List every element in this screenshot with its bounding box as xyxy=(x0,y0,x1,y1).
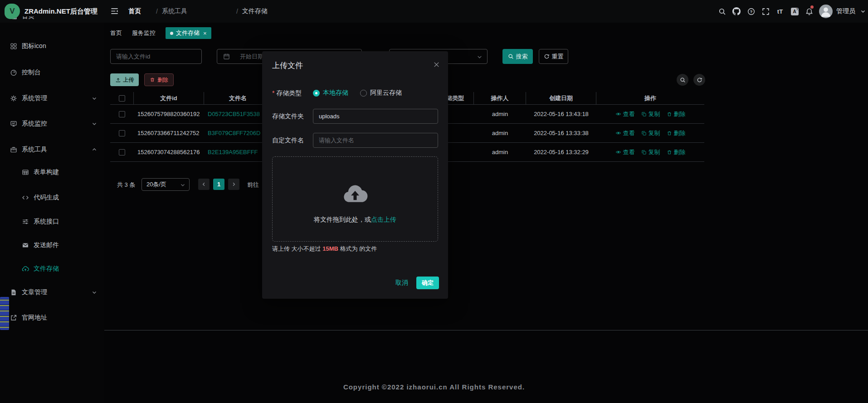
upload-tip: 请上传 大小不超过 15MB 格式为 的文件 xyxy=(272,245,377,253)
dialog-title: 上传文件 xyxy=(272,60,303,71)
tip-size-limit: 15MB xyxy=(322,245,338,252)
confirm-button[interactable]: 确定 xyxy=(416,277,439,289)
upload-dropzone[interactable]: 将文件拖到此处，或点击上传 xyxy=(272,156,438,242)
filename-label: 自定文件名 xyxy=(272,136,304,145)
click-upload-link[interactable]: 点击上传 xyxy=(371,216,396,223)
radio-label: 阿里云存储 xyxy=(370,89,402,97)
radio-aliyun-storage[interactable]: 阿里云存储 xyxy=(360,89,402,97)
storage-type-radio-group: 本地存储 阿里云存储 xyxy=(313,89,402,97)
filename-input[interactable] xyxy=(313,133,438,148)
radio-local-storage[interactable]: 本地存储 xyxy=(313,89,348,97)
modal-overlay: 上传文件 存储类型 本地存储 阿里云存储 存储文件夹 自定文件名 将文件拖到此处… xyxy=(0,0,868,403)
storage-type-label: 存储类型 xyxy=(272,89,302,97)
page: 首页 V ZRAdmin.NET后台管理 首页 / 系统工具 / 文件存储 ? xyxy=(0,0,868,403)
tip-suffix: 格式为 的文件 xyxy=(338,245,377,252)
folder-input[interactable] xyxy=(313,109,438,124)
folder-label: 存储文件夹 xyxy=(272,112,304,121)
cloud-upload-icon xyxy=(341,182,369,205)
close-icon[interactable] xyxy=(433,61,440,68)
radio-selected-icon xyxy=(313,90,320,97)
drop-text: 将文件拖到此处，或 xyxy=(314,216,371,223)
dropzone-text: 将文件拖到此处，或点击上传 xyxy=(314,216,396,224)
radio-label: 本地存储 xyxy=(323,89,348,97)
upload-dialog: 上传文件 存储类型 本地存储 阿里云存储 存储文件夹 自定文件名 将文件拖到此处… xyxy=(262,51,448,299)
cancel-button[interactable]: 取消 xyxy=(392,277,412,289)
radio-unselected-icon xyxy=(360,90,367,97)
tip-prefix: 请上传 大小不超过 xyxy=(272,245,322,252)
